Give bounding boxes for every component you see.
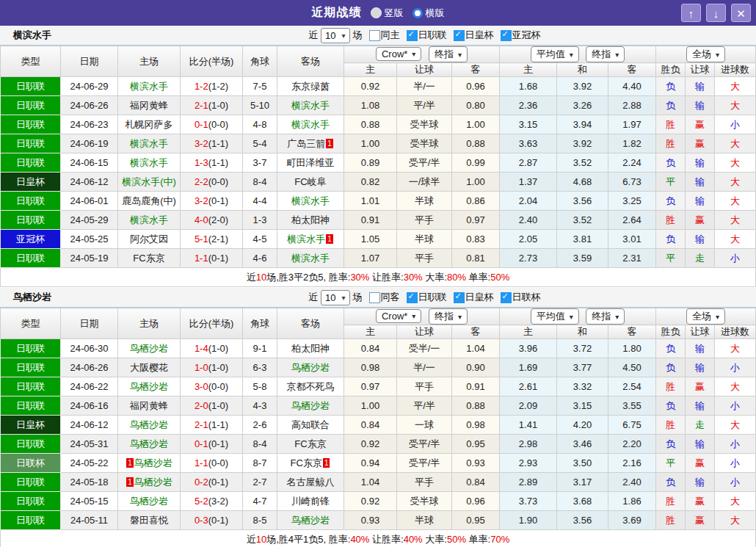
col-header-avg-home: 主 (500, 325, 557, 339)
up-arrow-icon: ↑ (688, 7, 694, 20)
avg-away-odds: 2.40 (608, 473, 656, 492)
odds-away: 0.84 (452, 473, 500, 492)
match-row: 日职联24-05-181鸟栖沙岩0-2(0-1)2-7名古屋鲸八1.04平手0.… (1, 473, 756, 492)
same-venue-checkbox[interactable] (369, 30, 380, 41)
corner-score: 4-5 (243, 230, 277, 249)
result-goals-value: 小 (730, 457, 740, 468)
league-checkbox-jleague[interactable] (407, 30, 418, 41)
match-type-badge: 日职联 (1, 435, 61, 454)
corner-score: 4-6 (243, 249, 277, 268)
away-team-name: 鸟栖沙岩 (291, 515, 330, 526)
odds-home: 0.84 (344, 416, 397, 435)
match-score: 2-1(1-0) (181, 96, 243, 115)
avg-away-odds: 2.20 (608, 435, 656, 454)
league-checkbox-emperor-cup[interactable] (454, 292, 465, 303)
home-team: 鹿岛鹿角(中) (118, 192, 181, 211)
bookmaker-select[interactable]: Crow* (376, 47, 421, 61)
result-handicap-value: 输 (695, 438, 705, 449)
match-date: 24-06-30 (61, 339, 118, 358)
move-up-button[interactable]: ↑ (681, 4, 701, 22)
result-goals: 大 (715, 173, 756, 192)
avg-away-odds: 3.25 (608, 192, 656, 211)
average-stage-select[interactable]: 终指 (586, 308, 625, 325)
average-select[interactable]: 平均值 (531, 46, 579, 62)
bookmaker-select[interactable]: Crow* (376, 309, 421, 323)
league-label: 日联杯 (512, 291, 541, 304)
fulltime-score: 1-2 (195, 81, 208, 92)
match-date: 24-05-15 (61, 492, 118, 511)
result-handicap-value: 输 (695, 362, 705, 373)
result-goals: 大 (715, 339, 756, 358)
odds-home: 0.93 (344, 511, 397, 530)
move-down-button[interactable]: ↓ (706, 4, 726, 22)
avg-draw-odds: 3.92 (557, 134, 608, 153)
match-row: 日职联24-06-15横滨水手1-3(1-1)3-7町田泽维亚0.89受平/半0… (1, 153, 756, 173)
halftime-score: (1-0) (208, 400, 228, 411)
odds-stage-select[interactable]: 终指 (429, 46, 468, 62)
match-date: 24-05-22 (61, 454, 118, 473)
match-score: 1-3(1-1) (181, 153, 243, 173)
league-checkbox-jleague[interactable] (407, 292, 418, 303)
result-handicap: 输 (686, 153, 715, 173)
corner-score: 1-3 (243, 211, 277, 230)
avg-home-odds: 1.90 (500, 511, 557, 530)
scope-select[interactable]: 全场 (686, 308, 725, 325)
avg-away-odds: 3.55 (608, 396, 656, 416)
league-checkbox-league-cup[interactable] (501, 292, 512, 303)
summary-row: 近10场,胜4平1负5, 胜率:40% 让胜率:40% 大率:50% 单率:70… (0, 530, 756, 547)
odds-away: 0.80 (452, 96, 500, 115)
odds-handicap: 受平/半 (397, 153, 452, 173)
average-select[interactable]: 平均值 (531, 308, 579, 325)
result-handicap-value: 赢 (695, 496, 705, 507)
result-handicap: 赢 (686, 134, 715, 153)
layout-radio-vertical[interactable]: 竖版 (371, 7, 404, 20)
odds-home: 0.88 (344, 115, 397, 134)
away-team: 名古屋鲸八 (277, 473, 344, 492)
match-type-badge: 日职联 (1, 377, 61, 396)
avg-draw-odds: 3.15 (557, 396, 608, 416)
result-outcome-value: 胜 (666, 381, 675, 392)
avg-home-odds: 2.09 (500, 396, 557, 416)
avg-away-odds: 2.88 (608, 96, 656, 115)
fulltime-score: 1-4 (195, 343, 208, 354)
same-venue-checkbox[interactable] (369, 292, 380, 303)
odds-stage-select[interactable]: 终指 (429, 308, 468, 325)
match-type-badge: 日职联 (1, 473, 61, 492)
corner-score: 3-7 (243, 153, 277, 173)
odds-handicap: 平手 (397, 211, 452, 230)
radio-icon[interactable] (371, 7, 382, 18)
near-label: 近 (308, 29, 318, 42)
result-outcome: 负 (656, 396, 686, 416)
col-header-corner: 角球 (243, 46, 277, 77)
league-checkbox-emperor-cup[interactable] (454, 30, 465, 41)
result-outcome-value: 平 (666, 457, 675, 468)
radio-icon[interactable] (412, 8, 423, 18)
result-handicap: 输 (686, 339, 715, 358)
layout-radio-horizontal[interactable]: 横版 (412, 7, 445, 20)
recent-count-select[interactable]: 10 (321, 28, 350, 43)
average-stage-value: 终指 (592, 48, 611, 61)
scope-select[interactable]: 全场 (686, 46, 725, 62)
avg-away-odds: 1.82 (608, 134, 656, 153)
col-header-avg-home: 主 (500, 63, 557, 77)
odds-away: 0.81 (452, 249, 500, 268)
result-outcome: 负 (656, 96, 686, 115)
match-date: 24-05-11 (61, 511, 118, 530)
bookmaker-select-value: Crow* (382, 311, 407, 322)
col-header-corner: 角球 (243, 308, 277, 339)
avg-home-odds: 2.61 (500, 377, 557, 396)
result-handicap-value: 输 (695, 343, 705, 354)
result-outcome-value: 负 (666, 438, 675, 449)
result-goals-value: 大 (730, 381, 740, 392)
result-group-header: 全场 (656, 46, 756, 63)
avg-draw-odds: 3.52 (557, 211, 608, 230)
match-type-badge: 亚冠杯 (1, 230, 61, 249)
average-stage-select[interactable]: 终指 (586, 46, 625, 62)
odds-home: 0.94 (344, 454, 397, 473)
close-button[interactable]: ✕ (731, 4, 751, 22)
recent-count-select[interactable]: 10 (321, 290, 350, 305)
col-header-goals: 进球数 (715, 325, 756, 339)
avg-away-odds: 4.40 (608, 77, 656, 96)
fulltime-score: 0-3 (195, 515, 208, 526)
league-checkbox-acl[interactable] (501, 30, 512, 41)
